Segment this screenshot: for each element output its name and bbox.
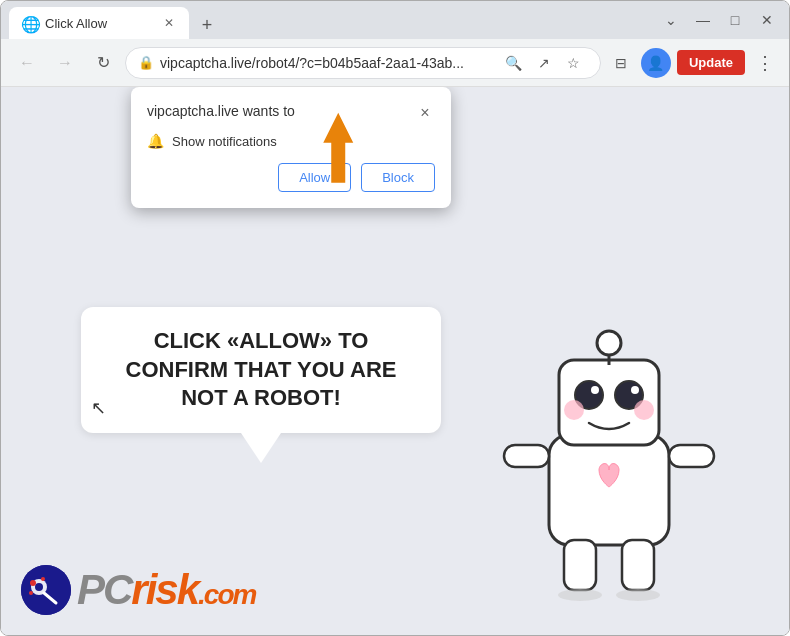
tab-close-button[interactable]: ✕	[161, 15, 177, 31]
svg-point-22	[30, 580, 36, 586]
pcrisk-text: PCrisk.com	[77, 566, 255, 614]
svg-point-23	[41, 577, 45, 581]
page-content: vipcaptcha.live wants to × 🔔 Show notifi…	[1, 87, 789, 635]
svg-point-10	[564, 400, 584, 420]
tab-area: 🌐 Click Allow ✕ +	[9, 1, 649, 39]
address-actions: 🔍 ↗ ☆	[500, 49, 588, 77]
svg-point-8	[591, 386, 599, 394]
svg-point-17	[616, 589, 660, 601]
svg-point-16	[558, 589, 602, 601]
bell-icon: 🔔	[147, 133, 164, 149]
robot-image	[489, 305, 729, 605]
window-controls: ⌄ — □ ✕	[657, 6, 781, 34]
more-options-button[interactable]: ⋮	[751, 49, 779, 77]
address-bar[interactable]: 🔒 vipcaptcha.live/robot4/?c=b04b5aaf-2aa…	[125, 47, 601, 79]
search-icon[interactable]: 🔍	[500, 49, 528, 77]
navigation-bar: ← → ↻ 🔒 vipcaptcha.live/robot4/?c=b04b5a…	[1, 39, 789, 87]
popup-site-text: vipcaptcha.live wants to	[147, 103, 295, 119]
svg-rect-12	[504, 445, 549, 467]
forward-button[interactable]: →	[49, 47, 81, 79]
pcrisk-icon	[21, 565, 71, 615]
bubble-text: CLICK «ALLOW» TO CONFIRM THAT YOU ARE NO…	[111, 327, 411, 413]
tab-favicon: 🌐	[21, 15, 37, 31]
maximize-button[interactable]: □	[721, 6, 749, 34]
mouse-cursor: ↖	[91, 397, 106, 419]
svg-rect-2	[549, 435, 669, 545]
tab-title: Click Allow	[45, 16, 153, 31]
svg-point-20	[35, 583, 43, 591]
svg-point-11	[634, 400, 654, 420]
svg-point-24	[29, 591, 33, 595]
speech-bubble: CLICK «ALLOW» TO CONFIRM THAT YOU ARE NO…	[81, 307, 441, 433]
popup-notification-text: Show notifications	[172, 134, 277, 149]
minimize-button[interactable]: —	[689, 6, 717, 34]
url-text: vipcaptcha.live/robot4/?c=b04b5aaf-2aa1-…	[160, 55, 494, 71]
svg-marker-1	[323, 113, 353, 183]
popup-header: vipcaptcha.live wants to ×	[147, 103, 435, 123]
new-tab-button[interactable]: +	[193, 11, 221, 39]
svg-rect-13	[669, 445, 714, 467]
svg-point-4	[597, 331, 621, 355]
browser-window: 🌐 Click Allow ✕ + ⌄ — □ ✕ ← → ↻ 🔒 vipcap…	[0, 0, 790, 636]
lock-icon: 🔒	[138, 55, 154, 70]
profile-button[interactable]: 👤	[641, 48, 671, 78]
share-icon[interactable]: ↗	[530, 49, 558, 77]
svg-rect-14	[564, 540, 596, 590]
svg-point-9	[631, 386, 639, 394]
chevron-down-icon[interactable]: ⌄	[657, 6, 685, 34]
close-button[interactable]: ✕	[753, 6, 781, 34]
reload-button[interactable]: ↻	[87, 47, 119, 79]
popup-close-button[interactable]: ×	[415, 103, 435, 123]
svg-rect-15	[622, 540, 654, 590]
pcrisk-logo: PCrisk.com	[21, 565, 255, 615]
title-bar: 🌐 Click Allow ✕ + ⌄ — □ ✕	[1, 1, 789, 39]
back-button[interactable]: ←	[11, 47, 43, 79]
sidebar-icon[interactable]: ⊟	[607, 49, 635, 77]
active-tab[interactable]: 🌐 Click Allow ✕	[9, 7, 189, 39]
bookmark-icon[interactable]: ☆	[560, 49, 588, 77]
update-button[interactable]: Update	[677, 50, 745, 75]
